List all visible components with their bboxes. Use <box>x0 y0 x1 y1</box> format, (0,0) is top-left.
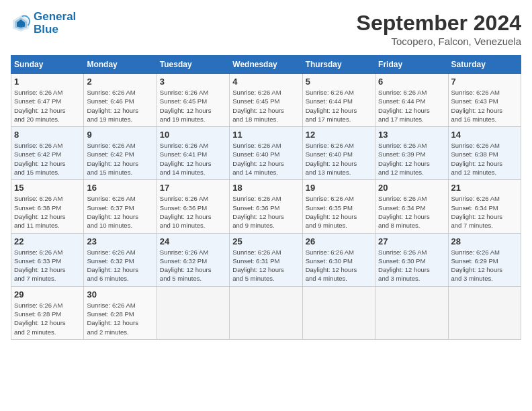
day-info: Sunrise: 6:26 AM Sunset: 6:35 PM Dayligh… <box>306 194 372 230</box>
day-info: Sunrise: 6:26 AM Sunset: 6:33 PM Dayligh… <box>14 248 81 283</box>
day-number: 2 <box>87 77 153 87</box>
day-number: 1 <box>14 77 81 87</box>
day-cell: 24Sunrise: 6:26 AM Sunset: 6:32 PM Dayli… <box>157 233 229 286</box>
day-info: Sunrise: 6:26 AM Sunset: 6:47 PM Dayligh… <box>14 88 81 124</box>
day-info: Sunrise: 6:26 AM Sunset: 6:32 PM Dayligh… <box>160 248 226 283</box>
day-cell: 22Sunrise: 6:26 AM Sunset: 6:33 PM Dayli… <box>11 233 84 286</box>
day-number: 8 <box>14 130 81 140</box>
day-cell: 19Sunrise: 6:26 AM Sunset: 6:35 PM Dayli… <box>302 180 375 233</box>
day-info: Sunrise: 6:26 AM Sunset: 6:37 PM Dayligh… <box>87 194 153 230</box>
week-row-5: 29Sunrise: 6:26 AM Sunset: 6:28 PM Dayli… <box>11 286 521 339</box>
month-title: September 2024 <box>357 11 521 36</box>
weekday-header-saturday: Saturday <box>448 56 521 74</box>
day-cell <box>157 286 229 339</box>
day-cell: 5Sunrise: 6:26 AM Sunset: 6:44 PM Daylig… <box>302 74 375 127</box>
day-number: 6 <box>378 77 445 87</box>
day-info: Sunrise: 6:26 AM Sunset: 6:40 PM Dayligh… <box>306 141 372 177</box>
day-cell: 6Sunrise: 6:26 AM Sunset: 6:44 PM Daylig… <box>375 74 448 127</box>
day-cell: 8Sunrise: 6:26 AM Sunset: 6:42 PM Daylig… <box>11 127 84 180</box>
day-cell: 1Sunrise: 6:26 AM Sunset: 6:47 PM Daylig… <box>11 74 84 127</box>
page-header: General Blue September 2024 Tocopero, Fa… <box>11 11 521 47</box>
weekday-header-monday: Monday <box>84 56 157 74</box>
day-info: Sunrise: 6:26 AM Sunset: 6:30 PM Dayligh… <box>378 248 445 283</box>
day-number: 20 <box>378 183 445 193</box>
week-row-2: 8Sunrise: 6:26 AM Sunset: 6:42 PM Daylig… <box>11 127 521 180</box>
day-info: Sunrise: 6:26 AM Sunset: 6:46 PM Dayligh… <box>87 88 153 124</box>
day-number: 22 <box>14 236 81 246</box>
calendar-table: SundayMondayTuesdayWednesdayThursdayFrid… <box>11 55 521 340</box>
day-cell <box>448 286 521 339</box>
day-info: Sunrise: 6:26 AM Sunset: 6:44 PM Dayligh… <box>378 88 445 124</box>
logo: General Blue <box>11 11 76 36</box>
day-info: Sunrise: 6:26 AM Sunset: 6:45 PM Dayligh… <box>232 88 299 124</box>
day-info: Sunrise: 6:26 AM Sunset: 6:30 PM Dayligh… <box>306 248 372 283</box>
day-cell: 29Sunrise: 6:26 AM Sunset: 6:28 PM Dayli… <box>11 286 84 339</box>
day-number: 18 <box>232 183 299 193</box>
weekday-header-thursday: Thursday <box>302 56 375 74</box>
day-number: 5 <box>306 77 372 87</box>
day-number: 26 <box>306 236 372 246</box>
day-number: 12 <box>306 130 372 140</box>
day-info: Sunrise: 6:26 AM Sunset: 6:29 PM Dayligh… <box>451 248 518 283</box>
day-number: 13 <box>378 130 445 140</box>
day-cell: 25Sunrise: 6:26 AM Sunset: 6:31 PM Dayli… <box>230 233 302 286</box>
title-block: September 2024 Tocopero, Falcon, Venezue… <box>357 11 521 47</box>
day-number: 17 <box>160 183 226 193</box>
day-info: Sunrise: 6:26 AM Sunset: 6:34 PM Dayligh… <box>451 194 518 230</box>
day-cell: 17Sunrise: 6:26 AM Sunset: 6:36 PM Dayli… <box>157 180 229 233</box>
day-cell: 20Sunrise: 6:26 AM Sunset: 6:34 PM Dayli… <box>375 180 448 233</box>
logo-icon <box>11 13 31 34</box>
day-info: Sunrise: 6:26 AM Sunset: 6:34 PM Dayligh… <box>378 194 445 230</box>
day-cell: 21Sunrise: 6:26 AM Sunset: 6:34 PM Dayli… <box>448 180 521 233</box>
day-number: 27 <box>378 236 445 246</box>
day-number: 3 <box>160 77 226 87</box>
weekday-header-wednesday: Wednesday <box>230 56 302 74</box>
day-number: 19 <box>306 183 372 193</box>
day-info: Sunrise: 6:26 AM Sunset: 6:42 PM Dayligh… <box>14 141 81 177</box>
day-info: Sunrise: 6:26 AM Sunset: 6:42 PM Dayligh… <box>87 141 153 177</box>
day-number: 28 <box>451 236 518 246</box>
day-cell: 4Sunrise: 6:26 AM Sunset: 6:45 PM Daylig… <box>230 74 302 127</box>
week-row-3: 15Sunrise: 6:26 AM Sunset: 6:38 PM Dayli… <box>11 180 521 233</box>
week-row-4: 22Sunrise: 6:26 AM Sunset: 6:33 PM Dayli… <box>11 233 521 286</box>
day-number: 10 <box>160 130 226 140</box>
day-number: 29 <box>14 289 81 300</box>
day-number: 24 <box>160 236 226 246</box>
location-subtitle: Tocopero, Falcon, Venezuela <box>357 36 521 47</box>
day-cell: 13Sunrise: 6:26 AM Sunset: 6:39 PM Dayli… <box>375 127 448 180</box>
day-info: Sunrise: 6:26 AM Sunset: 6:31 PM Dayligh… <box>232 248 299 283</box>
day-info: Sunrise: 6:26 AM Sunset: 6:28 PM Dayligh… <box>14 301 81 336</box>
day-info: Sunrise: 6:26 AM Sunset: 6:45 PM Dayligh… <box>160 88 226 124</box>
day-info: Sunrise: 6:26 AM Sunset: 6:36 PM Dayligh… <box>160 194 226 230</box>
day-info: Sunrise: 6:26 AM Sunset: 6:28 PM Dayligh… <box>87 301 153 336</box>
day-cell: 2Sunrise: 6:26 AM Sunset: 6:46 PM Daylig… <box>84 74 157 127</box>
day-number: 11 <box>232 130 299 140</box>
day-cell: 10Sunrise: 6:26 AM Sunset: 6:41 PM Dayli… <box>157 127 229 180</box>
day-info: Sunrise: 6:26 AM Sunset: 6:43 PM Dayligh… <box>451 88 518 124</box>
day-number: 21 <box>451 183 518 193</box>
day-number: 30 <box>87 289 153 300</box>
day-info: Sunrise: 6:26 AM Sunset: 6:44 PM Dayligh… <box>306 88 372 124</box>
day-cell: 28Sunrise: 6:26 AM Sunset: 6:29 PM Dayli… <box>448 233 521 286</box>
day-cell: 27Sunrise: 6:26 AM Sunset: 6:30 PM Dayli… <box>375 233 448 286</box>
day-cell <box>375 286 448 339</box>
day-info: Sunrise: 6:26 AM Sunset: 6:38 PM Dayligh… <box>451 141 518 177</box>
day-number: 14 <box>451 130 518 140</box>
day-info: Sunrise: 6:26 AM Sunset: 6:38 PM Dayligh… <box>14 194 81 230</box>
weekday-header-row: SundayMondayTuesdayWednesdayThursdayFrid… <box>11 56 521 74</box>
day-cell: 30Sunrise: 6:26 AM Sunset: 6:28 PM Dayli… <box>84 286 157 339</box>
day-number: 16 <box>87 183 153 193</box>
day-number: 23 <box>87 236 153 246</box>
day-number: 7 <box>451 77 518 87</box>
weekday-header-friday: Friday <box>375 56 448 74</box>
day-cell: 9Sunrise: 6:26 AM Sunset: 6:42 PM Daylig… <box>84 127 157 180</box>
day-info: Sunrise: 6:26 AM Sunset: 6:32 PM Dayligh… <box>87 248 153 283</box>
day-cell: 3Sunrise: 6:26 AM Sunset: 6:45 PM Daylig… <box>157 74 229 127</box>
weekday-header-tuesday: Tuesday <box>157 56 229 74</box>
day-cell: 26Sunrise: 6:26 AM Sunset: 6:30 PM Dayli… <box>302 233 375 286</box>
day-cell: 7Sunrise: 6:26 AM Sunset: 6:43 PM Daylig… <box>448 74 521 127</box>
day-number: 15 <box>14 183 81 193</box>
day-cell <box>302 286 375 339</box>
day-number: 9 <box>87 130 153 140</box>
day-number: 4 <box>232 77 299 87</box>
